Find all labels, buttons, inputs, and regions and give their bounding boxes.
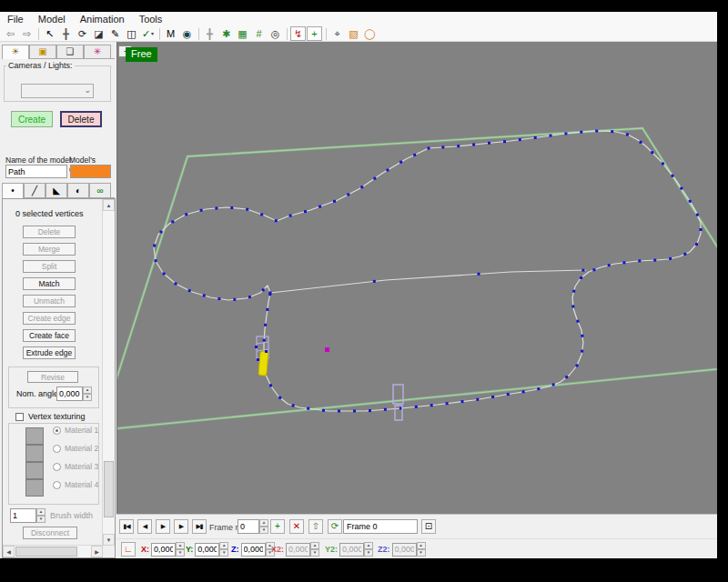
axis-mode-button[interactable]: ∟: [121, 542, 136, 557]
path-vertex[interactable]: [580, 276, 582, 279]
scroll-up-icon[interactable]: ▲: [103, 199, 115, 211]
path-vertex[interactable]: [669, 257, 672, 260]
revise-button[interactable]: Revise: [27, 371, 78, 383]
path-vertex[interactable]: [689, 200, 692, 203]
prev-frame-button[interactable]: ◀: [137, 519, 152, 534]
path-vertex[interactable]: [446, 402, 449, 405]
path-vertex[interactable]: [188, 289, 191, 292]
path-vertex[interactable]: [373, 280, 376, 283]
path-vertex[interactable]: [318, 206, 321, 208]
tab-models[interactable]: ▣: [29, 45, 56, 58]
path-vertex[interactable]: [263, 339, 266, 342]
track-main[interactable]: [154, 131, 701, 411]
path-vertex[interactable]: [266, 308, 268, 311]
material-radio[interactable]: [53, 463, 61, 471]
path-vertex[interactable]: [264, 324, 267, 326]
spin-down-icon[interactable]: ▼: [259, 527, 268, 534]
path-vertex[interactable]: [683, 253, 686, 256]
mirror-icon[interactable]: M: [163, 26, 178, 41]
path-vertex[interactable]: [457, 145, 460, 147]
path-vertex[interactable]: [248, 296, 251, 298]
select-tool-icon[interactable]: ↖: [42, 26, 57, 41]
gate-object[interactable]: [393, 385, 403, 420]
path-vertex[interactable]: [672, 175, 674, 177]
path-vertex[interactable]: [430, 404, 433, 406]
vertex-texturing-checkbox[interactable]: Vertex texturing: [15, 412, 86, 421]
coord-input[interactable]: [241, 543, 266, 557]
brush-width-input[interactable]: [10, 508, 36, 523]
delete-button[interactable]: Delete: [60, 111, 102, 127]
material-swatch[interactable]: [25, 462, 44, 479]
model-name-input[interactable]: [5, 165, 67, 178]
camera-select[interactable]: ⌄: [21, 84, 94, 98]
path-vertex[interactable]: [262, 288, 265, 291]
path-vertex[interactable]: [638, 259, 641, 262]
rotate-tool-icon[interactable]: ⟳: [75, 26, 90, 41]
scroll-left-icon[interactable]: ◀: [3, 546, 15, 557]
path-vertex[interactable]: [155, 259, 157, 262]
checkbox-box[interactable]: [15, 413, 24, 421]
path-vertex[interactable]: [626, 133, 629, 135]
path-vertex[interactable]: [595, 130, 598, 133]
path-vertex[interactable]: [278, 396, 281, 399]
path-vertex[interactable]: [537, 387, 540, 390]
path-vertex[interactable]: [478, 273, 480, 276]
spin-down-icon[interactable]: ▼: [36, 516, 46, 523]
path-vertex[interactable]: [333, 200, 336, 203]
path-vertex[interactable]: [522, 390, 525, 393]
select-rect-icon[interactable]: ▧: [346, 26, 361, 41]
tab-animation[interactable]: ✳: [84, 45, 111, 58]
path-vertex[interactable]: [415, 406, 418, 408]
coord-input[interactable]: [151, 543, 176, 557]
spinner-arrows[interactable]: ▲▼: [219, 542, 228, 557]
path-vertex[interactable]: [564, 132, 567, 135]
material-radio[interactable]: [53, 481, 61, 489]
play-button[interactable]: ▶: [156, 519, 170, 534]
add-frame-button[interactable]: +: [270, 519, 285, 534]
spin-up-icon[interactable]: ▲: [259, 519, 268, 527]
loop-frames-button[interactable]: ⟳: [328, 519, 342, 534]
path-vertex[interactable]: [246, 208, 248, 211]
path-vertex[interactable]: [581, 335, 583, 337]
frame-name-input[interactable]: [343, 519, 418, 534]
vertex-create-edge-button[interactable]: Create edge: [23, 312, 76, 325]
path-vertex[interactable]: [580, 131, 582, 134]
render-icon[interactable]: ↯: [290, 26, 306, 41]
vertex-split-button[interactable]: Split: [23, 260, 76, 273]
path-vertex[interactable]: [519, 138, 521, 141]
create-button[interactable]: Create: [11, 111, 53, 127]
path-vertex[interactable]: [185, 213, 187, 216]
path-vertex[interactable]: [275, 219, 278, 222]
path-vertex[interactable]: [640, 141, 642, 144]
vertical-scrollbar[interactable]: ▲ ▼: [102, 199, 115, 546]
path-vertex[interactable]: [360, 186, 363, 188]
path-vertex[interactable]: [428, 147, 430, 150]
path-vertex[interactable]: [171, 220, 174, 223]
scene-canvas[interactable]: [117, 42, 717, 514]
spinner-arrows[interactable]: ▲▼: [259, 519, 268, 534]
vertex-match-button[interactable]: Match: [23, 277, 76, 290]
path-vertex[interactable]: [552, 384, 555, 386]
path-vertex[interactable]: [653, 259, 656, 262]
path-vertex[interactable]: [507, 393, 510, 396]
vscroll-thumb[interactable]: [104, 461, 114, 517]
path-vertex[interactable]: [651, 151, 653, 154]
path-vertex[interactable]: [592, 268, 595, 271]
tab-face-mode[interactable]: ◣: [46, 183, 67, 197]
spin-down-icon[interactable]: ▼: [83, 394, 92, 401]
tab-vertex-mode[interactable]: •: [2, 183, 24, 198]
material-radio[interactable]: [53, 445, 61, 453]
snap-toggle-icon[interactable]: ✓▾: [140, 26, 156, 41]
spin-up-icon[interactable]: ▲: [219, 542, 228, 549]
path-vertex[interactable]: [608, 264, 611, 266]
path-vertex[interactable]: [565, 376, 568, 378]
tab-dialogs[interactable]: ❑: [56, 45, 84, 58]
path-vertex[interactable]: [353, 410, 356, 413]
vertex-delete-button[interactable]: Delete: [23, 226, 76, 238]
path-vertex[interactable]: [215, 207, 217, 210]
path-vertex[interactable]: [322, 409, 325, 412]
path-vertex[interactable]: [200, 209, 203, 212]
scale-tool-icon[interactable]: ◪: [91, 26, 106, 41]
path-vertex[interactable]: [534, 136, 537, 139]
scroll-down-icon[interactable]: ▼: [103, 534, 115, 546]
